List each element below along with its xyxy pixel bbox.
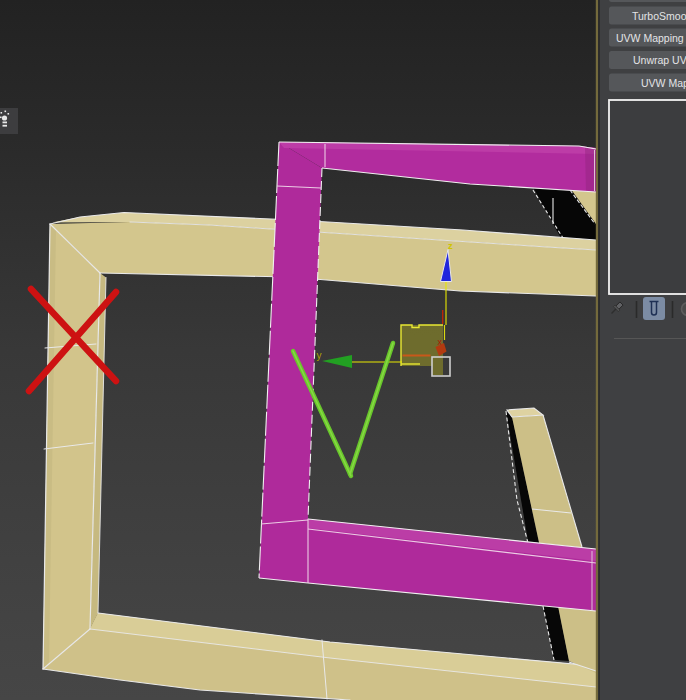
svg-text:UVW Map: UVW Map xyxy=(641,77,686,89)
svg-text:UVW Mapping: UVW Mapping xyxy=(616,32,684,44)
svg-text:TurboSmooth: TurboSmooth xyxy=(632,10,686,22)
svg-text:y: y xyxy=(317,350,322,361)
svg-text:Unwrap UVW: Unwrap UVW xyxy=(633,54,686,66)
svg-text:z: z xyxy=(448,240,453,251)
